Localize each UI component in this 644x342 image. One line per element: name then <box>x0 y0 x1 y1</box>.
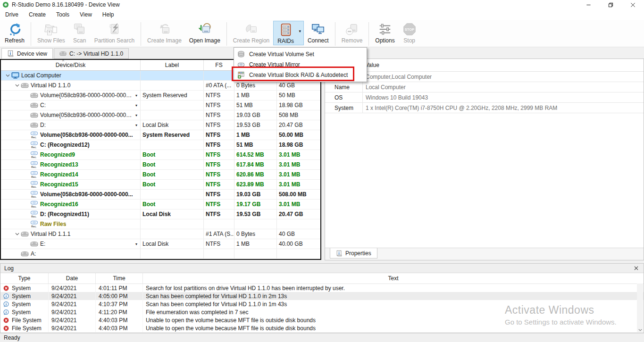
log-row[interactable]: System9/24/20214:11:20 PMFile enumeratio… <box>0 308 644 316</box>
toolbar-button-label: Show Files <box>37 37 65 44</box>
device-name: D: (Recognized11) <box>40 211 89 217</box>
raids-dropdown-arrow-icon[interactable]: ▾ <box>299 29 301 33</box>
device-cell-name: Volume{058cb936-0000-0000-0000-1...▾ <box>1 91 141 100</box>
device-row[interactable]: Rec.C: (Recognized12)NTFS51 MB18.98 GB <box>1 140 320 150</box>
menu-item-label: Create Virtual Block RAID & Autodetect <box>249 72 348 78</box>
device-row[interactable]: Rec.Recognized13BootNTFS617.84 MB3.01 MB <box>1 160 320 170</box>
device-cell-fs <box>204 249 234 259</box>
toolbar-refresh-button[interactable]: Refresh <box>1 21 28 45</box>
minimize-icon[interactable] <box>577 0 600 9</box>
expand-chevron-icon[interactable] <box>4 74 11 77</box>
toolbar-partition-search-button[interactable]: Partition Search <box>91 21 138 45</box>
tab-c-virtual-hd-1-1-0[interactable]: C: -> Virtual HD 1.1.0 <box>54 48 129 59</box>
rec-icon: Rec. <box>30 191 40 198</box>
device-cell-size: 40 GB <box>277 81 320 90</box>
menu-help[interactable]: Help <box>97 9 119 20</box>
row-dropdown-arrow-icon[interactable]: ▾ <box>134 103 138 108</box>
log-column-header-time[interactable]: Time <box>96 273 143 284</box>
device-cell-size <box>277 249 320 259</box>
property-row[interactable]: Computer,Local Computer <box>325 72 644 82</box>
device-cell-size: 3.01 MB <box>277 180 320 189</box>
row-dropdown-arrow-icon[interactable]: ▾ <box>134 113 138 117</box>
menu-tools[interactable]: Tools <box>51 9 75 20</box>
log-row[interactable]: System9/24/20214:01:11 PMSearch for lost… <box>0 284 644 292</box>
row-dropdown-arrow-icon[interactable]: ▾ <box>134 123 138 127</box>
device-row[interactable]: Volume{058cb936-0000-0000-0000-3...▾NTFS… <box>1 110 320 120</box>
menu-item-create-virtual-block-raid-autodetect[interactable]: Create Virtual Block RAID & Autodetect <box>234 70 367 80</box>
log-scrollbar[interactable] <box>637 284 643 332</box>
device-row[interactable]: Rec.Recognized14BootNTFS620.86 MB3.01 MB <box>1 170 320 180</box>
menu-create[interactable]: Create <box>24 9 51 20</box>
log-column-header-text[interactable]: Text <box>143 273 644 284</box>
rec-icon: Rec. <box>30 131 40 139</box>
property-row[interactable]: NameLocal Computer <box>325 82 644 92</box>
menu-item-create-virtual-volume-set[interactable]: Create Virtual Volume Set <box>234 49 367 59</box>
device-row[interactable]: Rec.Volume{058cb936-0000-0000-000...Syst… <box>1 130 320 140</box>
column-header-label[interactable]: Label <box>141 60 204 70</box>
toolbar-show-files-button[interactable]: Show Files <box>33 21 69 45</box>
toolbar-raids-button[interactable]: ▾RAIDs <box>273 21 304 45</box>
toolbar-separator <box>226 22 227 46</box>
properties-header-value: Value <box>362 62 644 68</box>
menu-view[interactable]: View <box>75 9 97 20</box>
toolbar-connect-button[interactable]: Connect <box>304 21 333 45</box>
device-row[interactable]: D:▾Local DiskNTFS19.53 GB20.47 GB <box>1 120 320 130</box>
property-row[interactable]: OSWindows 10 Build 19043 <box>325 92 644 103</box>
device-row[interactable]: Volume{058cb936-0000-0000-0000-1...▾Syst… <box>1 91 320 100</box>
device-row[interactable]: Virtual HD 1.1.1#1 ATA (S...0 Bytes40 GB <box>1 229 320 239</box>
toolbar-open-image-button[interactable]: Open Image <box>185 21 224 45</box>
toolbar-create-image-button[interactable]: Create Image <box>143 21 185 45</box>
device-cell-size: 18.98 GB <box>277 100 320 110</box>
close-icon[interactable] <box>622 0 644 9</box>
menu-drive[interactable]: Drive <box>0 9 24 20</box>
log-title-bar: Log <box>0 264 644 273</box>
log-row[interactable]: File System9/24/20214:40:03 PMUnable to … <box>0 316 644 324</box>
device-row[interactable]: Rec.Recognized9BootNTFS614.52 MB3.01 MB <box>1 150 320 160</box>
device-cell-label <box>141 71 204 80</box>
device-cell-label: Boot <box>141 160 204 169</box>
device-row[interactable]: Rec.Recognized15BootNTFS623.89 MB3.01 MB <box>1 180 320 190</box>
menu-item-create-virtual-mirror[interactable]: Create Virtual Mirror <box>234 59 367 70</box>
svg-text:Rec.: Rec. <box>31 156 37 158</box>
tab-properties[interactable]: Properties <box>330 248 377 259</box>
device-cell-fs: #0 ATA (... <box>204 81 234 90</box>
tab-device-view[interactable]: Device view <box>1 48 53 59</box>
device-cell-start: 614.52 MB <box>234 150 277 159</box>
row-dropdown-arrow-icon[interactable]: ▾ <box>134 242 138 246</box>
device-row[interactable]: Virtual HD 1.1.0#0 ATA (...0 Bytes40 GB <box>1 81 320 91</box>
column-header-device-disk[interactable]: ^Device/Disk <box>1 60 141 70</box>
toolbar-remove-button[interactable]: Remove <box>338 21 367 45</box>
device-cell-name: A: <box>1 249 141 259</box>
property-row[interactable]: System1 x Intel(R) Core(TM) i7-8750H CPU… <box>325 103 644 113</box>
device-row[interactable]: Rec.D: (Recognized11)Local DiskNTFS19.53… <box>1 209 320 219</box>
toolbar-options-button[interactable]: Options <box>371 21 398 45</box>
device-row[interactable]: E:▾Local DiskNTFS1 MB40.00 GB <box>1 239 320 249</box>
toolbar-separator <box>335 22 335 46</box>
device-cell-label: Boot <box>141 180 204 189</box>
toolbar-create-region-button[interactable]: Create Region <box>229 21 273 45</box>
device-row[interactable]: Rec.Recognized16BootNTFS19.17 GB3.01 MB <box>1 200 320 209</box>
expand-chevron-icon[interactable] <box>13 84 21 87</box>
log-column-header-date[interactable]: Date <box>49 273 96 284</box>
device-cell-label: System Reserved <box>141 91 204 100</box>
column-header-fs[interactable]: FS <box>204 60 234 70</box>
toolbar-button-label: Connect <box>308 37 329 44</box>
device-row[interactable]: Rec.Raw Files <box>1 219 320 229</box>
log-close-icon[interactable] <box>632 266 640 270</box>
toolbar-scan-button[interactable]: Scan <box>69 21 91 45</box>
row-dropdown-arrow-icon[interactable]: ▾ <box>134 93 138 98</box>
scroll-down-icon[interactable] <box>638 329 642 331</box>
log-column-header-type[interactable]: Type <box>0 273 49 284</box>
toolbar-stop-button[interactable]: STOPStop <box>399 21 420 45</box>
expand-chevron-icon[interactable] <box>13 233 21 235</box>
log-row[interactable]: System9/24/20214:05:00 PMScan has been c… <box>0 292 644 300</box>
restore-icon[interactable] <box>600 0 622 9</box>
device-row[interactable]: C:▾NTFS51 MB18.98 GB <box>1 100 320 110</box>
device-row[interactable]: A: <box>1 249 320 259</box>
device-row[interactable]: Rec.Volume{058cb936-0000-0000-000...NTFS… <box>1 190 320 200</box>
device-name: Recognized9 <box>40 151 75 158</box>
device-cell-size: 40 GB <box>277 229 320 239</box>
log-row[interactable]: File System9/24/20214:40:03 PMUnable to … <box>0 324 644 332</box>
svg-text:Rec.: Rec. <box>31 136 37 139</box>
log-row[interactable]: System9/24/20214:10:37 PMScan has been c… <box>0 300 644 308</box>
